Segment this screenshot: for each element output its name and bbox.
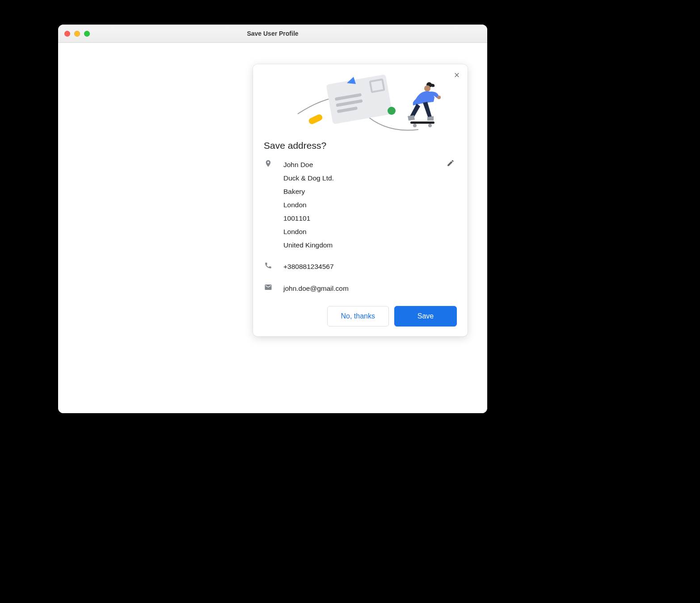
- address-company: Duck & Dog Ltd.: [283, 172, 457, 185]
- address-city-2: London: [283, 225, 457, 239]
- address-text: John Doe Duck & Dog Ltd. Bakery London 1…: [283, 158, 457, 252]
- svg-point-9: [437, 96, 441, 99]
- window-minimize-button[interactable]: [74, 31, 80, 37]
- address-dept: Bakery: [283, 185, 457, 198]
- decline-button[interactable]: No, thanks: [327, 306, 389, 327]
- email-section: john.doe@gmail.com: [264, 282, 457, 295]
- svg-point-11: [413, 124, 417, 127]
- app-window: Save User Profile: [58, 25, 487, 413]
- window-content: Save address? John Doe Duck & Dog Ltd. B…: [58, 43, 487, 413]
- svg-point-8: [424, 85, 430, 92]
- address-country: United Kingdom: [283, 239, 457, 252]
- phone-text: +380881234567: [283, 260, 457, 273]
- email-text: john.doe@gmail.com: [283, 282, 457, 295]
- save-button[interactable]: Save: [394, 306, 457, 327]
- address-city-1: London: [283, 198, 457, 212]
- edit-address-button[interactable]: [444, 157, 457, 170]
- address-section: John Doe Duck & Dog Ltd. Bakery London 1…: [264, 158, 457, 252]
- svg-point-5: [388, 107, 396, 115]
- phone-section: +380881234567: [264, 260, 457, 273]
- svg-rect-6: [308, 113, 324, 125]
- window-titlebar: Save User Profile: [58, 25, 487, 43]
- popup-illustration: [253, 64, 468, 136]
- traffic-lights: [64, 31, 90, 37]
- window-close-button[interactable]: [64, 31, 70, 37]
- email-icon: [264, 283, 273, 292]
- location-pin-icon: [264, 159, 273, 168]
- popup-title: Save address?: [264, 140, 457, 151]
- save-address-popup: Save address? John Doe Duck & Dog Ltd. B…: [253, 64, 468, 336]
- window-maximize-button[interactable]: [84, 31, 90, 37]
- pencil-icon: [447, 159, 455, 168]
- svg-point-12: [428, 124, 432, 127]
- popup-button-row: No, thanks Save: [264, 306, 457, 327]
- phone-icon: [264, 261, 273, 270]
- svg-rect-10: [410, 121, 434, 124]
- address-name: John Doe: [283, 158, 457, 172]
- address-postcode: 1001101: [283, 212, 457, 225]
- window-title: Save User Profile: [247, 30, 298, 37]
